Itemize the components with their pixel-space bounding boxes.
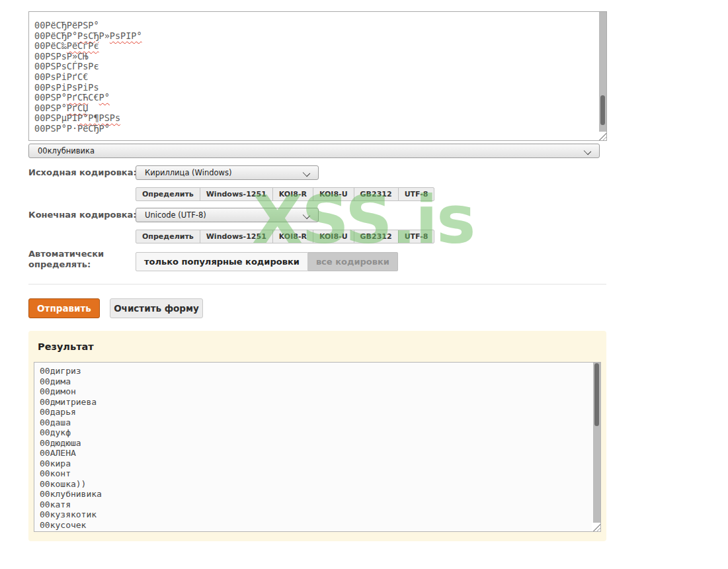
result-line: 00дима bbox=[40, 376, 588, 387]
auto-detect-toggle: только популярные кодировки все кодировк… bbox=[136, 252, 398, 271]
source-line: 00РЅРµРІР°Р¶РЅРѕ bbox=[34, 113, 594, 124]
result-line: 00дмитриева bbox=[40, 397, 588, 408]
encoding-button-1[interactable]: Windows-1251 bbox=[200, 230, 273, 243]
source-text-lines: 00РёСЂРёРЅР°00РёСЂР°РѕСЂР»РѕРІР°00РёС‰Рё… bbox=[34, 21, 594, 139]
chevron-down-icon bbox=[303, 169, 310, 177]
encoding-button-0[interactable]: Определить bbox=[136, 187, 200, 201]
source-line: 00РѕРіРґС€ bbox=[34, 72, 594, 83]
target-encoding-select[interactable]: Unicode (UTF-8) bbox=[136, 208, 319, 222]
result-line: 00дюдюша bbox=[40, 438, 588, 449]
result-panel: Результат 00дигриз00дима00димон00дмитрие… bbox=[28, 331, 606, 541]
text-segment: 00РёСЂРёРЅР° bbox=[34, 21, 99, 30]
text-segment: С€ bbox=[88, 92, 99, 103]
result-line: 00димон bbox=[40, 386, 588, 397]
source-line: 00РЅРѕР»СЊ bbox=[34, 52, 594, 62]
text-segment: 00РЅРѕСЃРѕРє bbox=[34, 61, 99, 71]
result-line: 00дигриз bbox=[40, 366, 588, 376]
misspelled-segment: РЅРѕ bbox=[99, 112, 121, 123]
encoding-button-5[interactable]: UTF-8 bbox=[398, 230, 435, 243]
source-encoding-label: Исходная кодировка: bbox=[28, 167, 137, 177]
source-line: 00РёС‰РёСѓРє bbox=[34, 41, 594, 52]
source-line: 00РѕРіРѕРіРѕ bbox=[34, 83, 594, 93]
name-select[interactable]: 00клубнивика bbox=[28, 144, 600, 158]
encoding-button-3[interactable]: KOI8-U bbox=[313, 187, 354, 201]
text-segment: 00РЅР° bbox=[34, 92, 67, 103]
source-encoding-buttons: ОпределитьWindows-1251KOI8-RKOI8-UGB2312… bbox=[136, 187, 434, 201]
misspelled-segment: РґСЏ bbox=[67, 103, 89, 113]
encoding-button-2[interactable]: KOI8-R bbox=[272, 230, 313, 243]
popular-encodings-button[interactable]: только популярные кодировки bbox=[136, 252, 308, 271]
misspelled-segment: Р° bbox=[99, 92, 110, 103]
auto-detect-label-line1: Автоматически bbox=[28, 249, 104, 259]
chevron-down-icon bbox=[584, 148, 591, 155]
source-scrollbar-thumb[interactable] bbox=[600, 95, 605, 125]
result-line: 00кошка)) bbox=[40, 479, 588, 490]
text-segment: 00РЅРѕР»СЊ bbox=[34, 51, 88, 62]
text-segment: 00РѕРіРѕРіРѕ bbox=[34, 82, 99, 93]
encoding-button-5[interactable]: UTF-8 bbox=[398, 187, 435, 201]
misspelled-segment: РґСЋ bbox=[67, 92, 89, 103]
encoding-button-4[interactable]: GB2312 bbox=[354, 230, 399, 243]
all-encodings-button[interactable]: все кодировки bbox=[308, 252, 398, 271]
text-segment: 00РЅРµРІ bbox=[34, 112, 77, 123]
encoding-button-0[interactable]: Определить bbox=[136, 230, 200, 243]
misspelled-segment: РѕСЂ bbox=[77, 30, 99, 41]
text-segment: 00РЅР°Р·РёСЂР° bbox=[34, 123, 110, 134]
result-resize-grip-icon[interactable] bbox=[592, 523, 600, 531]
misspelled-segment: РѕРІР° bbox=[110, 30, 142, 41]
text-segment: 00РёСЂР° bbox=[34, 30, 77, 41]
source-encoding-select-value: Кириллица (Windows) bbox=[145, 168, 231, 177]
target-encoding-select-value: Unicode (UTF-8) bbox=[145, 210, 206, 220]
name-select-value: 00клубнивика bbox=[38, 146, 95, 155]
target-encoding-buttons: ОпределитьWindows-1251KOI8-RKOI8-UGB2312… bbox=[136, 230, 434, 243]
result-line: 00кузякотик bbox=[40, 509, 588, 520]
misspelled-segment: Р°Р¶ bbox=[77, 112, 99, 123]
source-line: 00РЅР°Р·РёСЂР° bbox=[34, 124, 594, 134]
chevron-down-icon bbox=[303, 212, 310, 219]
result-line: 00кусочек bbox=[40, 520, 588, 531]
result-line: 00конт bbox=[40, 468, 588, 479]
encoding-button-1[interactable]: Windows-1251 bbox=[200, 187, 273, 201]
source-line: 00РёСЂР°РѕСЂР»РѕРІР° bbox=[34, 31, 594, 42]
auto-detect-label-line2: определять: bbox=[28, 259, 104, 270]
result-line: 00катя bbox=[40, 500, 588, 510]
encoding-button-4[interactable]: GB2312 bbox=[354, 187, 399, 201]
text-segment: 00РЅР° bbox=[34, 103, 67, 113]
encoding-button-3[interactable]: KOI8-U bbox=[313, 230, 354, 243]
clear-form-button[interactable]: Очистить форму bbox=[110, 298, 203, 318]
separator bbox=[28, 284, 606, 284]
result-line: 00даша bbox=[40, 417, 588, 428]
submit-button[interactable]: Отправить bbox=[28, 298, 100, 318]
source-line: 00РЅР°РґСЋС€Р° bbox=[34, 93, 594, 103]
result-text-lines: 00дигриз00дима00димон00дмитриева00дарья0… bbox=[40, 366, 588, 530]
text-segment: 00РёС‰ bbox=[34, 40, 67, 51]
text-segment: 00РѕРіРґС€ bbox=[34, 71, 88, 82]
source-line: 00РёСЂРёРЅР° bbox=[34, 21, 594, 31]
result-line: 00кира bbox=[40, 459, 588, 469]
source-resize-grip-icon[interactable] bbox=[598, 132, 606, 140]
result-scrollbar-track[interactable] bbox=[593, 363, 600, 523]
encoding-button-2[interactable]: KOI8-R bbox=[272, 187, 313, 201]
result-line: 00дарья bbox=[40, 407, 588, 417]
source-encoding-select[interactable]: Кириллица (Windows) bbox=[136, 165, 319, 180]
result-title: Результат bbox=[38, 341, 94, 352]
result-line: 00клубнивика bbox=[40, 489, 588, 500]
source-line: 00РЅРѕСЃРѕРє bbox=[34, 62, 594, 72]
result-line: 00АЛЕНА bbox=[40, 448, 588, 459]
misspelled-segment: РёСѓРє bbox=[67, 40, 99, 51]
target-encoding-label: Конечная кодировка: bbox=[28, 210, 137, 220]
source-line: 00РЅР°РґСЏ bbox=[34, 103, 594, 114]
result-scrollbar-thumb[interactable] bbox=[594, 363, 599, 426]
result-line: 00дукф bbox=[40, 427, 588, 438]
auto-detect-label: Автоматически определять: bbox=[28, 249, 104, 270]
source-textarea[interactable]: 00РёСЂРёРЅР°00РёСЂР°РѕСЂР»РѕРІР°00РёС‰Рё… bbox=[28, 11, 607, 141]
source-scrollbar-track[interactable] bbox=[599, 12, 606, 132]
result-textarea[interactable]: 00дигриз00дима00димон00дмитриева00дарья0… bbox=[34, 362, 601, 532]
text-segment: Р» bbox=[99, 30, 110, 41]
